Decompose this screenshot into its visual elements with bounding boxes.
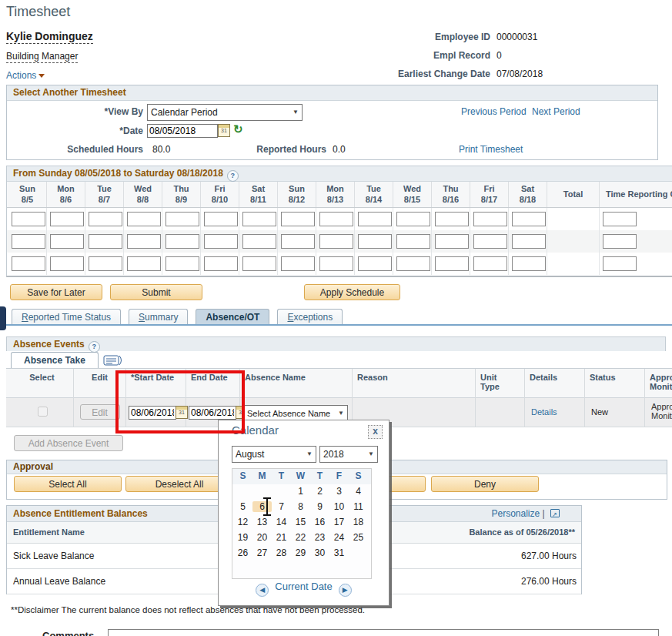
calendar-day[interactable]: 24 [329,532,349,543]
timesheet-hours-input[interactable] [127,212,161,226]
calendar-day[interactable]: 9 [310,501,329,512]
timesheet-hours-input[interactable] [281,234,315,249]
details-link[interactable]: Details [531,407,557,417]
timesheet-hours-input[interactable] [165,256,199,271]
print-timesheet-link[interactable]: Print Timesheet [459,144,523,155]
popout-icon[interactable] [550,509,560,517]
calendar-day[interactable]: 13 [252,517,272,527]
actions-menu[interactable]: Actions [6,70,45,81]
timesheet-hours-input[interactable] [358,212,392,226]
close-icon[interactable]: x [368,425,383,439]
timesheet-hours-input[interactable] [358,234,392,249]
time-reporting-code-input[interactable] [603,256,637,271]
calendar-day[interactable]: 31 [329,547,349,558]
timesheet-hours-input[interactable] [512,234,546,249]
calendar-day[interactable]: 4 [349,486,368,497]
calendar-day[interactable]: 11 [349,501,368,512]
timesheet-hours-input[interactable] [127,256,161,271]
timesheet-hours-input[interactable] [281,256,315,271]
timesheet-hours-input[interactable] [358,256,392,271]
timesheet-hours-input[interactable] [435,212,469,226]
timesheet-hours-input[interactable] [204,212,238,226]
calendar-day[interactable]: 26 [233,547,252,558]
timesheet-hours-input[interactable] [242,212,276,226]
timesheet-hours-input[interactable] [204,256,238,271]
timesheet-hours-input[interactable] [473,234,507,249]
calendar-day[interactable]: 21 [272,532,291,543]
timesheet-hours-input[interactable] [127,234,161,249]
calendar-day[interactable]: 22 [291,532,310,543]
employee-role[interactable]: Building Manager [6,51,78,63]
timesheet-hours-input[interactable] [319,234,353,249]
current-date-link[interactable]: Current Date [275,581,332,592]
view-by-select[interactable]: Calendar Period▼ [147,104,303,121]
tab-exceptions[interactable]: Exceptions [277,309,343,325]
timesheet-hours-input[interactable] [396,212,430,226]
timesheet-hours-input[interactable] [89,212,122,226]
calendar-day[interactable]: 12 [233,517,252,527]
tab-summary[interactable]: Summary [129,309,188,325]
calendar-day[interactable]: 1 [291,486,310,497]
timesheet-hours-input[interactable] [242,234,276,249]
next-period-link[interactable]: Next Period [532,106,580,117]
calendar-day[interactable]: 29 [291,547,310,558]
calendar-icon[interactable]: 31 [218,124,230,137]
edit-button[interactable]: Edit [80,404,120,420]
timesheet-hours-input[interactable] [473,212,507,226]
timesheet-hours-input[interactable] [242,256,276,271]
tab-absence-take[interactable]: Absence Take [11,352,99,369]
month-select[interactable]: August▼ [232,446,316,463]
select-all-button[interactable]: Select All [14,476,122,492]
timesheet-hours-input[interactable] [50,256,84,271]
timesheet-hours-input[interactable] [319,212,353,226]
timesheet-hours-input[interactable] [12,212,45,226]
save-for-later-button[interactable]: Save for Later [10,284,102,300]
apply-schedule-button[interactable]: Apply Schedule [304,284,400,300]
calendar-day[interactable]: 25 [349,532,368,543]
submit-button[interactable]: Submit [110,284,202,300]
timesheet-hours-input[interactable] [281,212,315,226]
calendar-day[interactable]: 20 [252,532,272,543]
time-reporting-code-input[interactable] [603,212,637,226]
timesheet-hours-input[interactable] [50,212,84,226]
actions-link-label[interactable]: Actions [6,70,36,81]
help-icon[interactable]: ? [89,341,100,353]
timesheet-hours-input[interactable] [396,234,430,249]
previous-period-link[interactable]: Previous Period [461,106,527,117]
timesheet-hours-input[interactable] [89,234,122,249]
calendar-day[interactable]: 8 [291,501,310,512]
calendar-day[interactable]: 16 [310,517,329,527]
calendar-day[interactable]: 28 [272,547,291,558]
calendar-day[interactable]: 10 [329,501,349,512]
calendar-day[interactable]: 27 [252,547,272,558]
show-columns-icon[interactable] [103,355,123,367]
timesheet-hours-input[interactable] [435,234,469,249]
date-input[interactable] [147,124,218,138]
calendar-day[interactable]: 2 [310,486,329,497]
personalize-link[interactable]: Personalize [492,508,540,519]
calendar-day[interactable]: 17 [329,517,349,527]
timesheet-hours-input[interactable] [512,256,546,271]
timesheet-hours-input[interactable] [396,256,430,271]
add-absence-event-button[interactable]: Add Absence Event [14,435,123,451]
calendar-day[interactable]: 5 [233,501,252,512]
calendar-day[interactable]: 3 [329,486,349,497]
help-icon[interactable]: ? [227,170,239,182]
calendar-day[interactable]: 7 [272,501,291,512]
next-arrow-icon[interactable]: ▶ [339,584,352,597]
timesheet-hours-input[interactable] [473,256,507,271]
calendar-day[interactable]: 19 [233,532,252,543]
calendar-day[interactable]: 30 [310,547,329,558]
calendar-day[interactable]: 18 [349,517,368,527]
timesheet-hours-input[interactable] [165,212,199,226]
deny-button[interactable]: Deny [431,476,539,492]
tab-absence-ot[interactable]: Absence/OT [196,309,269,325]
deselect-all-button[interactable]: Deselect All [125,476,233,492]
timesheet-hours-input[interactable] [204,234,238,249]
previous-arrow-icon[interactable]: ◀ [256,584,269,597]
timesheet-hours-input[interactable] [512,212,546,226]
timesheet-hours-input[interactable] [50,234,84,249]
timesheet-hours-input[interactable] [12,234,45,249]
time-reporting-code-input[interactable] [603,234,637,249]
year-select[interactable]: 2018▼ [319,446,378,463]
